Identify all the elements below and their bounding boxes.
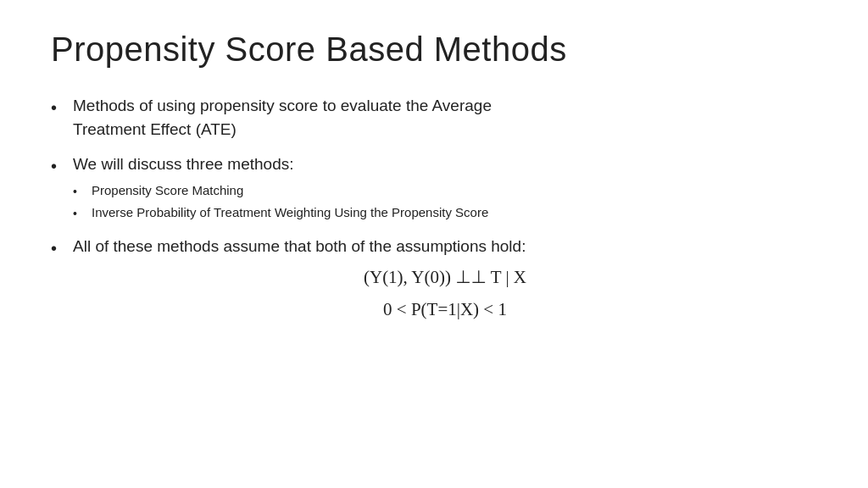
bullet-text-2: We will discuss three methods: • Propens… xyxy=(73,152,817,223)
slide: Propensity Score Based Methods • Methods… xyxy=(0,0,868,488)
bullet-item-1: • Methods of using propensity score to e… xyxy=(51,94,817,141)
math-line-1: (Y(1), Y(0)) ⊥⊥ T | X xyxy=(364,264,526,291)
bullet-text-1-line2: Treatment Effect (ATE) xyxy=(73,118,817,141)
bullet-item-3: • All of these methods assume that both … xyxy=(51,235,817,324)
bullet-text-3-main: All of these methods assume that both of… xyxy=(73,237,526,255)
sub-bullet-item-2: • Inverse Probability of Treatment Weigh… xyxy=(73,203,817,223)
sub-bullet-dot-2: • xyxy=(73,206,83,223)
bullet-item-2: • We will discuss three methods: • Prope… xyxy=(51,152,817,223)
math-block: (Y(1), Y(0)) ⊥⊥ T | X 0 < P(T=1|X) < 1 xyxy=(73,264,817,323)
sub-bullets-2: • Propensity Score Matching • Inverse Pr… xyxy=(73,181,817,223)
bullet-text-1: Methods of using propensity score to eva… xyxy=(73,94,817,141)
perp-symbol: ⊥⊥ xyxy=(455,267,487,287)
content-area: • Methods of using propensity score to e… xyxy=(51,94,817,458)
sub-bullet-dot-1: • xyxy=(73,184,83,201)
sub-bullet-text-1: Propensity Score Matching xyxy=(92,181,243,199)
bullet-dot-2: • xyxy=(51,154,64,178)
slide-title: Propensity Score Based Methods xyxy=(51,30,817,69)
bullet-dot-3: • xyxy=(51,236,64,260)
bullet-text-1-line1: Methods of using propensity score to eva… xyxy=(73,94,817,118)
sub-bullet-text-2: Inverse Probability of Treatment Weighti… xyxy=(92,203,488,221)
sub-bullet-item-1: • Propensity Score Matching xyxy=(73,181,817,201)
bullet-text-3: All of these methods assume that both of… xyxy=(73,235,817,324)
bullet-dot-1: • xyxy=(51,96,64,119)
math-line-2: 0 < P(T=1|X) < 1 xyxy=(383,297,507,324)
bullet-text-2-main: We will discuss three methods: xyxy=(73,155,293,173)
